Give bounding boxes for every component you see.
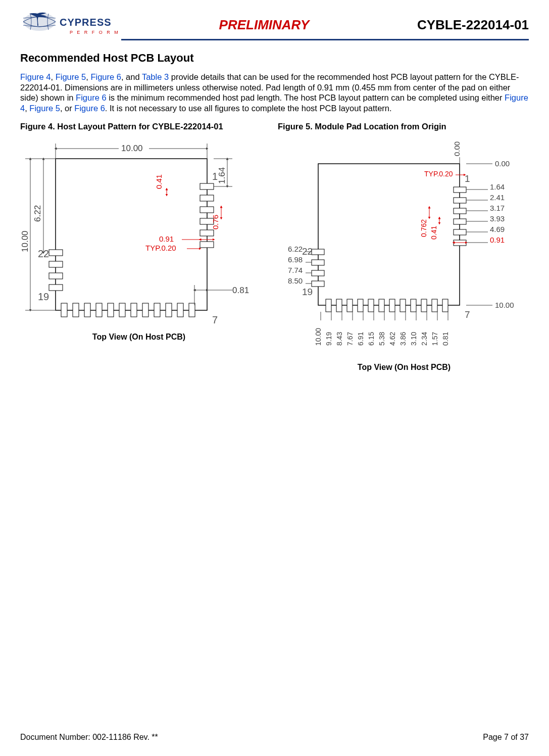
svg-text:TYP.0.20: TYP.0.20	[424, 170, 453, 178]
svg-text:10.00: 10.00	[121, 144, 143, 153]
svg-text:7.67: 7.67	[346, 332, 354, 345]
svg-rect-13	[131, 303, 137, 317]
svg-text:10.00: 10.00	[495, 301, 514, 309]
logo-tagline: P E R F O R M	[70, 30, 120, 35]
svg-rect-18	[73, 303, 79, 317]
figure-4-title: Figure 4. Host Layout Pattern for CYBLE-…	[20, 122, 258, 131]
figures-row: Figure 4. Host Layout Pattern for CYBLE-…	[20, 122, 529, 372]
svg-rect-3	[200, 195, 214, 201]
svg-text:0.91: 0.91	[490, 235, 505, 244]
svg-rect-56	[318, 164, 460, 305]
svg-rect-1	[56, 159, 207, 310]
logo-brand-text: CYPRESS	[60, 17, 112, 28]
svg-rect-19	[61, 303, 67, 317]
figure-4: Figure 4. Host Layout Pattern for CYBLE-…	[20, 122, 258, 372]
svg-rect-73	[336, 299, 342, 312]
svg-rect-58	[454, 198, 466, 203]
svg-text:TYP.0.20: TYP.0.20	[145, 244, 176, 252]
figure-4-caption: Top View (On Host PCB)	[20, 333, 258, 342]
svg-text:3.86: 3.86	[399, 332, 407, 345]
svg-text:3.10: 3.10	[410, 332, 418, 345]
svg-rect-16	[96, 303, 102, 317]
svg-text:0.81: 0.81	[441, 332, 450, 345]
svg-text:8.50: 8.50	[288, 276, 303, 285]
link-figure-6[interactable]: Figure 6	[90, 72, 121, 81]
svg-rect-23	[49, 250, 63, 256]
svg-rect-68	[389, 299, 395, 312]
page-header: CYPRESS P E R F O R M PRELIMINARY CYBLE-…	[20, 9, 529, 40]
svg-text:7.74: 7.74	[288, 266, 303, 274]
svg-text:0.762: 0.762	[420, 219, 428, 237]
svg-text:0.76: 0.76	[211, 214, 220, 229]
svg-text:0.91: 0.91	[159, 234, 174, 243]
svg-rect-17	[84, 303, 90, 317]
intro-paragraph: Figure 4, Figure 5, Figure 6, and Table …	[20, 72, 529, 114]
svg-text:2.34: 2.34	[420, 332, 428, 345]
doc-number: Document Number: 002-11186 Rev. **	[20, 733, 158, 742]
part-number: CYBLE-222014-01	[407, 17, 529, 33]
svg-text:4.62: 4.62	[388, 332, 396, 345]
figure-5-drawing: 1 7 19 22 0.00 0.00 TYP.0.20 1.64 2.41 3…	[278, 138, 530, 356]
svg-rect-10	[166, 303, 172, 317]
svg-text:0.41: 0.41	[430, 225, 438, 239]
svg-rect-57	[454, 187, 466, 193]
svg-rect-77	[312, 260, 324, 265]
svg-rect-67	[400, 299, 406, 312]
svg-text:4.69: 4.69	[490, 225, 505, 233]
header-rule	[121, 39, 529, 40]
svg-text:6.98: 6.98	[288, 255, 303, 264]
preliminary-label: PRELIMINARY	[219, 17, 310, 32]
link-figure-5b[interactable]: Figure 5	[29, 104, 60, 113]
svg-rect-22	[49, 261, 63, 267]
svg-rect-75	[312, 281, 324, 287]
link-figure-4[interactable]: Figure 4	[20, 72, 51, 81]
svg-text:19: 19	[302, 287, 313, 297]
svg-text:8.43: 8.43	[335, 332, 343, 345]
svg-rect-69	[379, 299, 384, 312]
link-table-3[interactable]: Table 3	[142, 72, 169, 81]
svg-rect-66	[411, 299, 416, 312]
logo: CYPRESS P E R F O R M	[20, 11, 121, 39]
svg-rect-8	[189, 303, 195, 317]
svg-rect-74	[326, 299, 331, 312]
svg-rect-12	[142, 303, 148, 317]
figure-4-drawing: 1 7 19 22 10.00 10.00	[20, 138, 258, 325]
header-middle: PRELIMINARY	[121, 17, 407, 33]
svg-text:0.41: 0.41	[155, 174, 163, 188]
svg-text:10.00: 10.00	[314, 327, 322, 345]
svg-text:6.91: 6.91	[357, 332, 365, 345]
svg-rect-70	[368, 299, 374, 312]
figure-5: Figure 5. Module Pad Location from Origi…	[278, 122, 530, 372]
svg-text:7: 7	[465, 309, 470, 320]
svg-rect-60	[454, 219, 466, 224]
svg-text:6.15: 6.15	[367, 332, 375, 345]
link-figure-5[interactable]: Figure 5	[56, 72, 86, 81]
svg-rect-61	[454, 229, 466, 235]
svg-rect-7	[200, 242, 214, 248]
svg-text:9.19: 9.19	[325, 332, 333, 345]
svg-text:3.93: 3.93	[490, 214, 505, 223]
svg-rect-14	[119, 303, 125, 317]
svg-text:10.00: 10.00	[20, 230, 30, 252]
svg-rect-21	[49, 273, 63, 279]
svg-rect-72	[347, 299, 353, 312]
svg-text:0.00: 0.00	[495, 159, 510, 168]
figure-5-title: Figure 5. Module Pad Location from Origi…	[278, 122, 530, 131]
page-footer: Document Number: 002-11186 Rev. ** Page …	[20, 733, 529, 742]
figure-5-caption: Top View (On Host PCB)	[278, 363, 530, 372]
svg-rect-4	[200, 207, 214, 213]
svg-rect-64	[432, 299, 437, 312]
svg-text:0.81: 0.81	[232, 286, 249, 295]
svg-rect-15	[108, 303, 114, 317]
svg-text:1.57: 1.57	[431, 332, 439, 345]
svg-rect-63	[442, 299, 448, 312]
svg-text:7: 7	[212, 314, 218, 325]
svg-rect-78	[312, 249, 324, 255]
svg-text:6.22: 6.22	[288, 245, 303, 253]
link-figure-6c[interactable]: Figure 6	[74, 104, 105, 113]
link-figure-6b[interactable]: Figure 6	[76, 93, 107, 102]
svg-rect-65	[421, 299, 427, 312]
svg-rect-59	[454, 208, 466, 214]
svg-rect-6	[200, 230, 214, 236]
svg-text:1: 1	[465, 173, 470, 184]
